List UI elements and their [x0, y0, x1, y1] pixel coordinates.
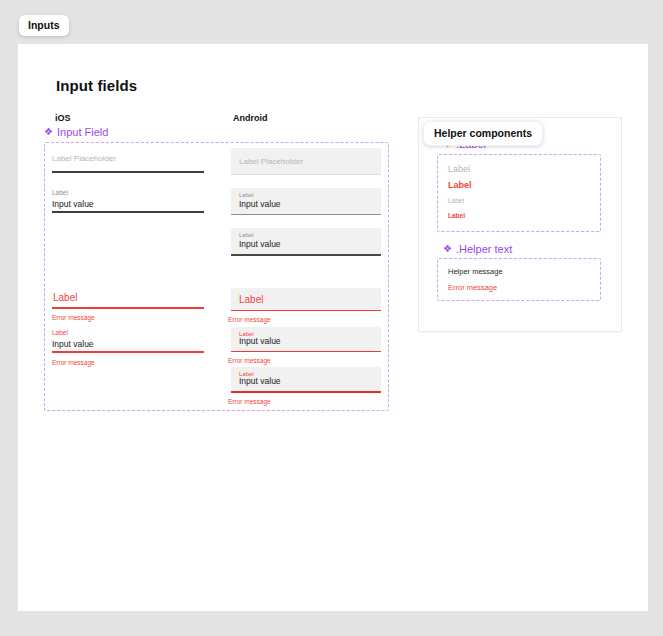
- android-value-text: Input value: [239, 376, 281, 386]
- ios-error-message: Error message: [52, 314, 95, 321]
- android-error-message: Error message: [228, 357, 271, 364]
- helper-message-text: Helper message: [448, 267, 503, 276]
- helper-text-component-title[interactable]: ❖ .Helper text: [443, 243, 512, 255]
- android-label-text: Label: [239, 192, 254, 198]
- ios-underline: [52, 211, 204, 213]
- ios-underline: [52, 171, 204, 173]
- android-value-text: Input value: [239, 199, 281, 209]
- column-heading-ios: iOS: [55, 113, 71, 123]
- helper-text-component-name: .Helper text: [456, 243, 512, 255]
- page-title: Input fields: [56, 77, 137, 94]
- ios-error-underline: [52, 307, 204, 309]
- android-input-error-filled[interactable]: Label Input value: [231, 327, 381, 352]
- component-set-title[interactable]: ❖ Input Field: [44, 126, 108, 138]
- ios-value-text: Input value: [52, 199, 94, 209]
- helper-label-default-small: Label: [448, 197, 464, 204]
- helper-label-default-large: Label: [448, 164, 470, 174]
- android-error-label-text: Label: [239, 294, 263, 305]
- android-input-error-empty[interactable]: Label: [231, 288, 381, 311]
- android-value-text: Input value: [239, 336, 281, 346]
- helper-label-error-large: Label: [448, 180, 472, 190]
- column-heading-android: Android: [233, 113, 268, 123]
- android-label-text: Label: [239, 232, 254, 238]
- ios-placeholder-text: Label Placeholder: [52, 154, 116, 163]
- android-input-empty[interactable]: Label Placeholder: [231, 148, 381, 175]
- ios-value-text: Input value: [52, 339, 94, 349]
- component-set-name: Input Field: [57, 126, 108, 138]
- android-error-message: Error message: [228, 398, 271, 405]
- android-value-text: Input value: [239, 239, 281, 249]
- figma-canvas: { "tab": { "label": "Inputs" }, "page": …: [0, 0, 663, 636]
- ios-error-message: Error message: [52, 359, 95, 366]
- ios-error-label-text: Label: [53, 292, 77, 303]
- ios-label-text: Label: [52, 189, 68, 196]
- helper-error-message-text: Error message: [448, 283, 497, 292]
- helper-components-section-label[interactable]: Helper components: [423, 121, 543, 146]
- helper-label-error-small: Label: [448, 212, 465, 219]
- android-input-error-focused[interactable]: Label Input value: [231, 367, 381, 393]
- android-input-filled[interactable]: Label Input value: [231, 188, 381, 215]
- helper-text-component-frame[interactable]: Helper message Error message: [437, 258, 601, 301]
- android-input-focused[interactable]: Label Input value: [231, 228, 381, 256]
- label-component-frame[interactable]: Label Label Label Label: [437, 154, 601, 232]
- android-placeholder-text: Label Placeholder: [239, 157, 303, 166]
- ios-error-label-text: Label: [52, 329, 68, 336]
- component-icon: ❖: [443, 244, 452, 254]
- ios-error-underline: [52, 351, 204, 353]
- tab-inputs[interactable]: Inputs: [19, 15, 69, 36]
- android-error-message: Error message: [228, 316, 271, 323]
- canvas-page[interactable]: Input fields iOS Android ❖ Input Field L…: [18, 44, 648, 611]
- component-icon: ❖: [44, 127, 53, 137]
